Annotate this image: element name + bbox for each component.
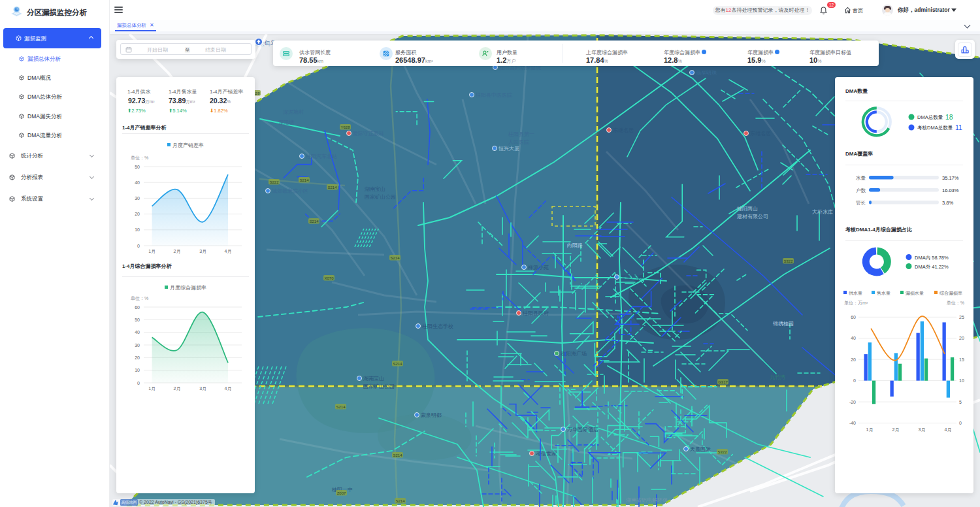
svg-text:18: 18 <box>945 113 953 121</box>
svg-text:25: 25 <box>959 315 964 319</box>
svg-text:S214: S214 <box>309 220 319 223</box>
svg-text:S322: S322 <box>783 259 793 263</box>
svg-text:锦绣桂园: 锦绣桂园 <box>772 321 794 327</box>
svg-text:桂阳县中医医院: 桂阳县中医医院 <box>475 92 512 98</box>
svg-text:3月: 3月 <box>199 249 206 254</box>
svg-text:考核DMA总数量: 考核DMA总数量 <box>917 125 953 131</box>
svg-text:3月: 3月 <box>919 427 926 433</box>
svg-text:G317: G317 <box>718 380 728 384</box>
svg-text:城郊敬老院小区: 城郊敬老院小区 <box>271 188 308 194</box>
svg-text:10: 10 <box>959 378 964 383</box>
svg-text:60: 60 <box>851 315 856 319</box>
svg-text:50: 50 <box>135 165 140 169</box>
svg-text:40: 40 <box>851 336 856 340</box>
svg-text:恒兴大厦: 恒兴大厦 <box>498 146 519 152</box>
svg-text:桂阳汽车北站: 桂阳汽车北站 <box>305 154 337 159</box>
svg-text:20: 20 <box>135 355 140 360</box>
svg-text:S222: S222 <box>269 180 279 184</box>
svg-text:DMA总数量: DMA总数量 <box>917 114 943 120</box>
svg-text:S214: S214 <box>299 178 309 182</box>
svg-text:东继名居: 东继名居 <box>613 127 634 133</box>
svg-text:0: 0 <box>137 381 140 385</box>
svg-text:万华国际酒店: 万华国际酒店 <box>567 427 598 433</box>
svg-text:单位：万m³: 单位：万m³ <box>844 301 868 305</box>
svg-text:人民医院: 人民医院 <box>508 139 529 145</box>
svg-text:户数: 户数 <box>856 188 866 193</box>
svg-text:1月: 1月 <box>148 249 155 254</box>
svg-text:40: 40 <box>135 330 140 335</box>
svg-text:1月: 1月 <box>148 386 155 391</box>
svg-text:60: 60 <box>135 305 140 310</box>
svg-text:20: 20 <box>135 212 140 216</box>
svg-text:S214: S214 <box>393 362 402 366</box>
svg-text:10: 10 <box>135 368 140 372</box>
svg-text:S214: S214 <box>395 499 405 503</box>
svg-text:宝蓝广场: 宝蓝广场 <box>621 274 642 280</box>
svg-text:月度产销差率: 月度产销差率 <box>172 142 204 148</box>
svg-text:向阳路: 向阳路 <box>567 242 583 248</box>
svg-text:30: 30 <box>135 196 140 201</box>
svg-text:湖南宝山: 湖南宝山 <box>363 376 384 382</box>
svg-text:S214: S214 <box>327 186 337 189</box>
svg-text:0: 0 <box>137 244 140 248</box>
svg-text:15: 15 <box>959 357 964 362</box>
svg-text:深泥塘村: 深泥塘村 <box>283 109 304 115</box>
svg-text:1月: 1月 <box>866 427 874 433</box>
svg-text:湖南省铝电解环保: 湖南省铝电解环保 <box>626 497 668 503</box>
svg-text:S214: S214 <box>393 453 402 457</box>
svg-text:2月: 2月 <box>174 249 181 254</box>
svg-text:爱际守正眼科: 爱际守正眼科 <box>353 131 384 137</box>
svg-text:S214: S214 <box>390 256 400 260</box>
svg-text:单位：%: 单位：% <box>947 301 964 305</box>
svg-text:16.03%: 16.03% <box>942 188 959 193</box>
svg-text:湖南宝山: 湖南宝山 <box>365 186 385 192</box>
svg-text:Z007: Z007 <box>337 491 346 495</box>
svg-text:东维名居: 东维名居 <box>750 131 771 137</box>
svg-text:2月: 2月 <box>174 386 181 391</box>
svg-text:单位：%: 单位：% <box>131 296 148 301</box>
svg-text:30: 30 <box>135 343 140 348</box>
svg-text:蒙泉明都: 蒙泉明都 <box>421 412 442 418</box>
svg-text:供水量: 供水量 <box>849 291 862 295</box>
svg-text:DMA外 41.22%: DMA外 41.22% <box>915 264 949 270</box>
svg-text:2月: 2月 <box>892 427 900 433</box>
svg-text:Y628: Y628 <box>340 125 350 129</box>
svg-text:0: 0 <box>959 421 962 425</box>
svg-text:DMA内 58.78%: DMA内 58.78% <box>915 255 949 261</box>
svg-text:管长: 管长 <box>856 200 866 206</box>
svg-text:10: 10 <box>135 227 140 232</box>
svg-text:单位：%: 单位：% <box>131 155 148 160</box>
svg-text:漏损水量: 漏损水量 <box>906 291 924 296</box>
svg-text:桂阳县第一: 桂阳县第一 <box>508 131 534 137</box>
svg-text:5: 5 <box>959 400 962 404</box>
svg-text:水量: 水量 <box>855 175 866 181</box>
svg-text:4月: 4月 <box>945 427 952 433</box>
svg-text:综合漏损率: 综合漏损率 <box>939 291 962 296</box>
svg-text:20: 20 <box>851 357 856 362</box>
svg-text:50: 50 <box>135 318 140 322</box>
svg-text:桂阳生态学校: 桂阳生态学校 <box>421 323 453 329</box>
svg-text:九竹湾: 九竹湾 <box>770 374 785 380</box>
svg-text:月度综合漏损率: 月度综合漏损率 <box>170 285 206 291</box>
svg-text:-20: -20 <box>849 400 856 404</box>
svg-text:桂阳县政府: 桂阳县政府 <box>522 310 549 316</box>
svg-text:3.8%: 3.8% <box>942 200 953 206</box>
svg-text:国家矿山公园: 国家矿山公园 <box>365 194 396 200</box>
svg-text:X070: X070 <box>324 276 334 280</box>
svg-text:20: 20 <box>959 336 964 340</box>
svg-text:大朴水库: 大朴水库 <box>812 209 833 215</box>
svg-text:11: 11 <box>955 123 962 131</box>
svg-text:0: 0 <box>853 378 856 383</box>
svg-text:售水量: 售水量 <box>877 291 890 295</box>
svg-text:3月: 3月 <box>199 386 206 391</box>
svg-text:S214: S214 <box>336 405 346 409</box>
svg-text:S322: S322 <box>717 450 727 454</box>
svg-text:翡翠明珠: 翡翠明珠 <box>696 70 717 76</box>
svg-text:35.17%: 35.17% <box>942 175 959 181</box>
svg-text:-40: -40 <box>849 421 856 425</box>
svg-text:考信世家: 考信世家 <box>536 451 557 457</box>
svg-text:欧阳海广场: 欧阳海广场 <box>561 351 587 357</box>
svg-text:4月: 4月 <box>225 386 232 391</box>
svg-text:建材有限公司: 建材有限公司 <box>737 214 768 220</box>
svg-text:祥源小苑: 祥源小苑 <box>527 265 549 270</box>
